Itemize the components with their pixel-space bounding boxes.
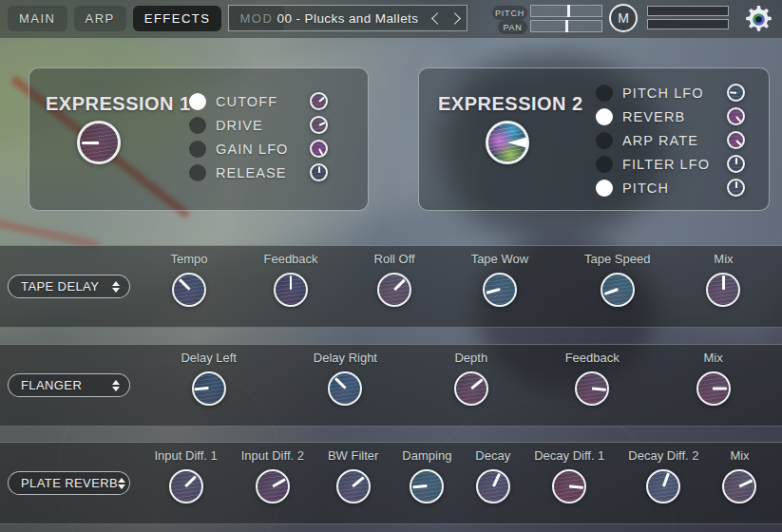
top-bar: MAIN ARP EFFECTS MOD 00 - Plucks and Mal…: [0, 0, 782, 38]
fx-knob-group-plate-reverb-input-diff-1: Input Diff. 1: [154, 448, 217, 504]
knob-label: Mix: [730, 448, 749, 463]
fx-selector-2[interactable]: FLANGER: [8, 373, 130, 397]
knob-plate-reverb-decay-diff-2[interactable]: [646, 469, 680, 504]
knob-label: Delay Right: [314, 351, 377, 365]
option-label: PITCH: [622, 180, 727, 196]
knob-tape-delay-roll-off[interactable]: [377, 273, 411, 307]
pitch-label: PITCH: [492, 6, 527, 20]
pitch-slider-handle[interactable]: [567, 5, 570, 17]
chevron-left-icon[interactable]: [431, 12, 444, 25]
radio-pitch[interactable]: [596, 180, 613, 197]
tab-arp[interactable]: ARP: [74, 6, 126, 31]
mini-knob-pitch[interactable]: [727, 179, 745, 197]
knob-label: Tape Wow: [471, 252, 528, 266]
pan-slider[interactable]: [530, 20, 602, 32]
preset-selector[interactable]: 00 - Plucks and Mallets: [228, 5, 467, 31]
knob-pointer: [662, 473, 669, 487]
knob-plate-reverb-bw-filter[interactable]: [336, 469, 371, 504]
knob-label: Damping: [402, 448, 451, 463]
expression-2-knob[interactable]: [486, 121, 529, 164]
fx-knob-group-flanger-delay-right: Delay Right: [314, 351, 377, 406]
pitch-slider[interactable]: [530, 5, 602, 17]
knob-pointer: [82, 142, 99, 144]
knob-plate-reverb-decay[interactable]: [476, 469, 510, 504]
expression1-option-cutoff: CUTOFF: [189, 91, 328, 111]
expression1-option-drive: DRIVE: [189, 115, 328, 135]
knob-label: Mix: [703, 351, 722, 365]
fx-knob-group-plate-reverb-decay: Decay: [475, 448, 510, 504]
radio-filter-lfo[interactable]: [596, 156, 613, 173]
mini-knob-reverb[interactable]: [727, 107, 745, 125]
option-label: PITCH LFO: [622, 86, 727, 101]
knob-tape-delay-mix[interactable]: [706, 273, 740, 307]
radio-release[interactable]: [189, 164, 206, 181]
meter-bar-bottom: [647, 19, 729, 29]
knob-plate-reverb-input-diff-2[interactable]: [256, 469, 290, 504]
knob-label: Delay Left: [181, 351, 237, 365]
radio-cutoff[interactable]: [189, 93, 206, 110]
radio-gain-lfo[interactable]: [189, 141, 206, 158]
mini-knob-gain-lfo[interactable]: [310, 140, 328, 158]
fx-knobs-1: TempoFeedbackRoll OffTape WowTape SpeedM…: [143, 252, 769, 307]
knob-label: BW Filter: [328, 448, 378, 463]
mini-knob-pitch-lfo[interactable]: [727, 84, 745, 102]
mini-knob-release[interactable]: [310, 163, 328, 181]
fx-knobs-2: Delay LeftDelay RightDepthFeedbackMix: [143, 351, 769, 406]
knob-tape-delay-feedback[interactable]: [274, 273, 308, 307]
knob-pointer: [735, 181, 737, 188]
knob-label: Feedback: [565, 351, 620, 365]
tab-main[interactable]: MAIN: [8, 6, 67, 31]
fx-knob-group-flanger-delay-left: Delay Left: [181, 351, 237, 406]
fx-knob-group-tape-delay-tape-wow: Tape Wow: [471, 252, 528, 307]
mini-knob-drive[interactable]: [310, 116, 328, 134]
knob-plate-reverb-damping[interactable]: [410, 469, 444, 504]
expression-1-knob[interactable]: [77, 121, 121, 164]
knob-flanger-depth[interactable]: [454, 371, 488, 406]
knob-flanger-mix[interactable]: [696, 371, 731, 406]
knob-label: Roll Off: [374, 252, 415, 266]
fx-knob-group-plate-reverb-damping: Damping: [402, 448, 451, 504]
knob-plate-reverb-decay-diff-1[interactable]: [552, 469, 586, 504]
knob-pointer: [714, 388, 728, 390]
knob-label: Decay: [475, 448, 510, 463]
knob-pointer: [592, 388, 606, 391]
level-meters: [647, 6, 729, 32]
mini-knob-cutoff[interactable]: [310, 92, 328, 110]
knob-tape-delay-tempo[interactable]: [172, 273, 206, 307]
settings-button[interactable]: [741, 2, 775, 36]
expression2-option-filter-lfo: FILTER LFO: [596, 154, 745, 174]
knob-plate-reverb-mix[interactable]: [722, 469, 756, 504]
expression-2-title: EXPRESSION 2: [438, 93, 583, 115]
knob-pointer: [739, 480, 753, 487]
knob-plate-reverb-input-diff-1[interactable]: [169, 469, 203, 504]
fx-row-flanger: FLANGER Delay LeftDelay RightDepthFeedba…: [0, 344, 782, 427]
fx-knob-group-tape-delay-feedback: Feedback: [263, 252, 317, 307]
knob-label: Tempo: [170, 252, 207, 266]
knob-flanger-delay-right[interactable]: [328, 371, 362, 406]
radio-reverb[interactable]: [596, 108, 613, 125]
pan-slider-handle[interactable]: [565, 20, 568, 32]
radio-drive[interactable]: [189, 117, 206, 134]
fx-selector-1[interactable]: TAPE DELAY: [8, 275, 130, 298]
knob-tape-delay-tape-speed[interactable]: [601, 273, 635, 307]
mute-button[interactable]: M: [609, 4, 638, 32]
radio-arp-rate[interactable]: [596, 132, 613, 149]
expression-2-options: PITCH LFOREVERBARP RATEFILTER LFOPITCH: [596, 83, 745, 198]
fx-knob-group-tape-delay-tempo: Tempo: [170, 252, 207, 307]
knob-label: Decay Diff. 1: [534, 448, 604, 463]
knob-pointer: [413, 485, 428, 489]
mini-knob-arp-rate[interactable]: [727, 131, 745, 149]
knob-flanger-feedback[interactable]: [575, 371, 609, 406]
up-down-arrows-icon: [118, 478, 125, 489]
mini-knob-filter-lfo[interactable]: [727, 155, 745, 173]
knob-pointer: [318, 96, 325, 102]
knob-flanger-delay-left[interactable]: [192, 371, 226, 406]
tab-effects[interactable]: EFFECTS: [133, 6, 222, 31]
chevron-right-icon[interactable]: [448, 12, 461, 25]
radio-pitch-lfo[interactable]: [596, 85, 613, 102]
knob-pointer: [722, 276, 725, 290]
fx-selector-3[interactable]: PLATE REVERB: [8, 471, 130, 495]
knob-tape-delay-tape-wow[interactable]: [483, 273, 517, 307]
fx-knob-group-flanger-depth: Depth: [454, 351, 488, 406]
knob-pointer: [318, 122, 325, 126]
